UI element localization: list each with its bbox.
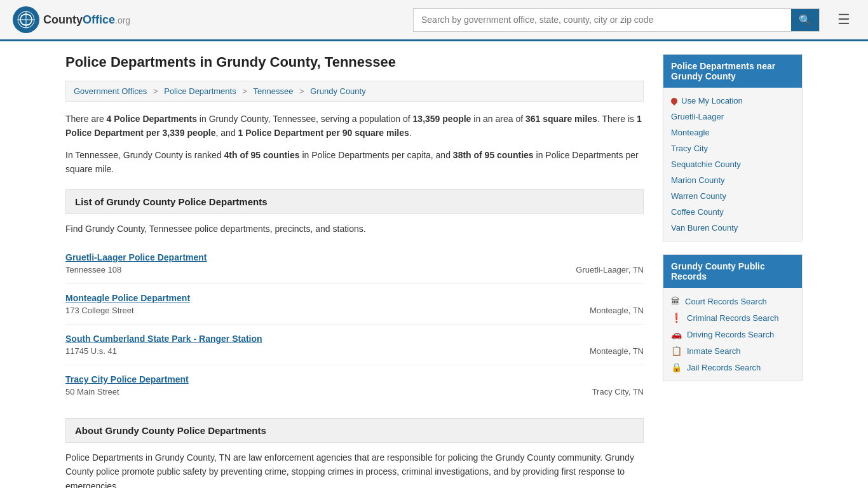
nearby-link-8[interactable]: Van Buren County: [671, 220, 794, 236]
breadcrumb-item-3[interactable]: Tennessee: [254, 86, 294, 96]
jail-icon: 🔒: [671, 362, 682, 372]
records-box: Grundy County Public Records 🏛 Court Rec…: [663, 254, 803, 381]
breadcrumb-item-4[interactable]: Grundy County: [310, 86, 365, 96]
nearby-link-7[interactable]: Coffee County: [671, 204, 794, 220]
use-location-link[interactable]: Use My Location: [671, 93, 794, 109]
records-link-2[interactable]: ❗ Criminal Records Search: [671, 309, 794, 326]
dept-address-2: 173 College Street: [65, 306, 134, 315]
nearby-link-6[interactable]: Warren County: [671, 188, 794, 204]
breadcrumb: Government Offices > Police Departments …: [65, 81, 644, 102]
list-section-subtitle: Find Grundy County, Tennessee police dep…: [65, 222, 644, 236]
description-para2: In Tennessee, Grundy County is ranked 4t…: [65, 148, 644, 177]
list-section-title: List of Grundy County Police Departments: [75, 196, 634, 207]
nearby-link-5[interactable]: Marion County: [671, 172, 794, 188]
nearby-box-title: Police Departments near Grundy County: [663, 55, 802, 88]
records-link-1[interactable]: 🏛 Court Records Search: [671, 293, 794, 309]
location-icon: [670, 96, 679, 105]
about-section-title: About Grundy County Police Departments: [75, 425, 634, 436]
nearby-box: Police Departments near Grundy County Us…: [663, 54, 803, 241]
dept-city-3: Monteagle, TN: [590, 346, 644, 356]
sidebar: Police Departments near Grundy County Us…: [663, 54, 803, 488]
search-bar: 🔍: [413, 8, 820, 32]
dept-address-1: Tennessee 108: [65, 265, 121, 274]
dept-name-3[interactable]: South Cumberland State Park - Ranger Sta…: [65, 334, 644, 344]
records-link-4[interactable]: 📋 Inmate Search: [671, 342, 794, 359]
dept-name-1[interactable]: Gruetli-Laager Police Department: [65, 252, 644, 262]
site-header: CountyOffice.org 🔍 ☰: [0, 0, 868, 41]
department-list: Gruetli-Laager Police Department Tenness…: [65, 243, 644, 405]
dept-item-4: Tracy City Police Department 50 Main Str…: [65, 365, 644, 405]
list-section-header: List of Grundy County Police Departments: [65, 189, 644, 214]
dept-address-4: 50 Main Street: [65, 387, 119, 396]
nearby-link-1[interactable]: Gruetli-Laager: [671, 109, 794, 125]
menu-button[interactable]: ☰: [832, 9, 855, 30]
dept-item-1: Gruetli-Laager Police Department Tenness…: [65, 243, 644, 284]
court-icon: 🏛: [671, 296, 680, 306]
dept-item-2: Monteagle Police Department 173 College …: [65, 284, 644, 325]
driving-icon: 🚗: [671, 329, 682, 339]
dept-city-1: Gruetli-Laager, TN: [576, 265, 644, 274]
search-input[interactable]: [414, 10, 791, 30]
dept-item-3: South Cumberland State Park - Ranger Sta…: [65, 325, 644, 365]
records-link-3[interactable]: 🚗 Driving Records Search: [671, 326, 794, 342]
records-box-title: Grundy County Public Records: [663, 255, 802, 288]
logo-icon: [13, 6, 39, 33]
logo[interactable]: CountyOffice.org: [13, 6, 130, 33]
nearby-box-content: Use My Location Gruetli-Laager Monteagle…: [663, 88, 802, 241]
dept-address-3: 11745 U.s. 41: [65, 346, 117, 356]
nearby-link-4[interactable]: Sequatchie County: [671, 156, 794, 172]
about-section-text: Police Departments in Grundy County, TN …: [65, 451, 644, 488]
main-content: Police Departments in Grundy County, Ten…: [65, 54, 644, 488]
page-title: Police Departments in Grundy County, Ten…: [65, 54, 644, 71]
records-box-content: 🏛 Court Records Search ❗ Criminal Record…: [663, 288, 802, 381]
dept-name-4[interactable]: Tracy City Police Department: [65, 374, 644, 384]
dept-name-2[interactable]: Monteagle Police Department: [65, 293, 644, 303]
breadcrumb-item-2[interactable]: Police Departments: [164, 86, 236, 96]
page-container: Police Departments in Grundy County, Ten…: [53, 41, 815, 488]
criminal-icon: ❗: [671, 313, 682, 323]
description-para1: There are 4 Police Departments in Grundy…: [65, 112, 644, 140]
logo-text: CountyOffice.org: [43, 13, 130, 27]
about-section-header: About Grundy County Police Departments: [65, 418, 644, 443]
records-link-5[interactable]: 🔒 Jail Records Search: [671, 359, 794, 376]
search-button[interactable]: 🔍: [791, 9, 819, 31]
breadcrumb-item-1[interactable]: Government Offices: [74, 86, 147, 96]
dept-city-4: Tracy City, TN: [592, 387, 644, 396]
nearby-link-3[interactable]: Tracy City: [671, 140, 794, 156]
nearby-link-2[interactable]: Monteagle: [671, 125, 794, 140]
inmate-icon: 📋: [671, 346, 682, 356]
dept-city-2: Monteagle, TN: [590, 306, 644, 315]
